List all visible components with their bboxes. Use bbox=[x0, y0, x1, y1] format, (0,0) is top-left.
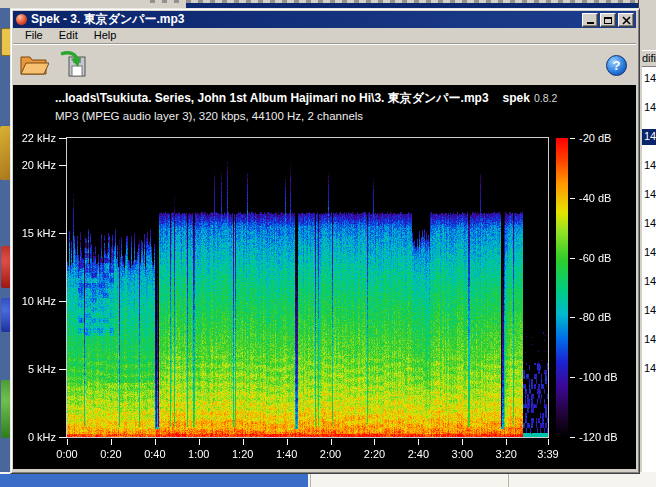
app-name: spek bbox=[503, 91, 530, 105]
list-item-date: 14 bbox=[642, 303, 656, 319]
list-item-date: 14 bbox=[642, 187, 656, 203]
x-tick-mark bbox=[243, 439, 244, 445]
y-tick-mark bbox=[59, 165, 67, 166]
y-tick-label: 15 kHz bbox=[13, 226, 56, 240]
y-tick-label: 0 kHz bbox=[13, 430, 56, 444]
help-icon: ? bbox=[606, 55, 627, 76]
save-icon bbox=[58, 51, 88, 79]
list-item-date: 14 bbox=[642, 71, 656, 87]
window-controls bbox=[580, 13, 634, 27]
help-glyph: ? bbox=[613, 58, 621, 73]
list-item-date: 14 bbox=[642, 332, 656, 348]
x-tick-label: 2:20 bbox=[353, 448, 395, 461]
list-item[interactable]: 14 bbox=[642, 361, 656, 386]
x-tick-mark bbox=[111, 439, 112, 445]
db-tick-label: -20 dB bbox=[579, 131, 631, 145]
x-tick-mark bbox=[67, 439, 68, 445]
column-divider bbox=[508, 472, 509, 487]
close-button[interactable] bbox=[618, 13, 634, 27]
toolbar: ? bbox=[13, 45, 636, 85]
db-tick-mark bbox=[570, 138, 575, 139]
x-tick-label: 0:40 bbox=[134, 448, 176, 461]
list-item[interactable]: 14 bbox=[642, 303, 656, 328]
x-tick-label: 3:39 bbox=[527, 448, 569, 461]
open-file-button[interactable] bbox=[18, 52, 50, 78]
client-area: ...loads\Tsukiuta. Series, John 1st Albu… bbox=[13, 85, 636, 469]
y-tick-mark bbox=[59, 233, 67, 234]
db-tick-label: -100 dB bbox=[579, 370, 631, 384]
list-item-date: 14 bbox=[642, 361, 656, 377]
menu-help[interactable]: Help bbox=[86, 28, 125, 43]
db-tick-label: -40 dB bbox=[579, 191, 631, 205]
x-tick-label: 2:40 bbox=[397, 448, 439, 461]
db-tick-label: -60 dB bbox=[579, 251, 631, 265]
menubar: File Edit Help bbox=[13, 28, 636, 44]
list-item[interactable]: 14 bbox=[642, 187, 656, 212]
list-item[interactable]: 14 bbox=[642, 216, 656, 241]
x-tick-label: 3:00 bbox=[441, 448, 483, 461]
colorbar bbox=[556, 138, 568, 437]
y-tick-label: 10 kHz bbox=[13, 294, 56, 308]
x-tick-mark bbox=[374, 439, 375, 445]
list-item[interactable]: 14 bbox=[642, 158, 656, 183]
y-tick-mark bbox=[59, 437, 67, 438]
list-item[interactable]: 14 bbox=[642, 332, 656, 357]
background-file-list: 1414141414141414141414 bbox=[642, 67, 656, 472]
titlebar[interactable]: Spek - 3. 東京ダンパー.mp3 bbox=[13, 11, 636, 28]
x-tick-label: 1:40 bbox=[266, 448, 308, 461]
x-tick-mark bbox=[506, 439, 507, 445]
list-item[interactable]: 14 bbox=[642, 245, 656, 270]
minimize-button[interactable] bbox=[582, 13, 598, 27]
modified-column-header[interactable]: difie bbox=[642, 50, 656, 67]
spectrogram-plot bbox=[66, 137, 549, 438]
list-item-date: 14 bbox=[642, 100, 656, 116]
db-tick-mark bbox=[570, 437, 575, 438]
x-tick-label: 1:00 bbox=[178, 448, 220, 461]
x-tick-mark bbox=[199, 439, 200, 445]
file-info: MP3 (MPEG audio layer 3), 320 kbps, 4410… bbox=[55, 110, 363, 122]
x-tick-label: 0:20 bbox=[90, 448, 132, 461]
list-item-date: 14 bbox=[642, 216, 656, 232]
y-tick-label: 22 kHz bbox=[13, 131, 56, 145]
list-item-date: 14 bbox=[642, 274, 656, 290]
file-path: ...loads\Tsukiuta. Series, John 1st Albu… bbox=[55, 91, 489, 105]
x-tick-label: 3:20 bbox=[485, 448, 527, 461]
column-divider bbox=[310, 472, 311, 487]
spek-window: Spek - 3. 東京ダンパー.mp3 File Edit Help bbox=[10, 8, 640, 474]
list-item[interactable]: 14 bbox=[642, 100, 656, 125]
save-spectrogram-button[interactable] bbox=[57, 50, 89, 80]
maximize-icon bbox=[604, 17, 612, 24]
close-icon bbox=[622, 16, 631, 25]
db-tick-mark bbox=[570, 258, 575, 259]
help-button[interactable]: ? bbox=[605, 54, 628, 77]
spectrogram-title: ...loads\Tsukiuta. Series, John 1st Albu… bbox=[55, 90, 557, 107]
list-item[interactable]: 14 bbox=[642, 71, 656, 96]
background-selected-row[interactable] bbox=[0, 474, 308, 487]
maximize-button[interactable] bbox=[600, 13, 616, 27]
list-item[interactable]: 14 bbox=[642, 129, 656, 154]
db-tick-mark bbox=[570, 377, 575, 378]
list-item-date: 14 bbox=[642, 245, 656, 261]
spek-app-icon[interactable] bbox=[16, 14, 27, 25]
list-item[interactable]: 14 bbox=[642, 274, 656, 299]
screen: difie 1414141414141414141414 Spek - 3. 東… bbox=[0, 0, 656, 487]
y-tick-mark bbox=[59, 369, 67, 370]
x-tick-mark bbox=[462, 439, 463, 445]
menu-edit[interactable]: Edit bbox=[51, 28, 86, 43]
menu-file[interactable]: File bbox=[17, 28, 51, 43]
spectrogram-canvas bbox=[67, 138, 548, 437]
list-item-date: 14 bbox=[642, 129, 656, 145]
db-tick-label: -80 dB bbox=[579, 310, 631, 324]
db-tick-label: -120 dB bbox=[579, 430, 631, 444]
background-window-right: difie 1414141414141414141414 bbox=[638, 0, 656, 487]
minimize-icon bbox=[587, 22, 594, 24]
x-tick-mark bbox=[548, 439, 549, 445]
x-tick-mark bbox=[418, 439, 419, 445]
db-tick-mark bbox=[570, 317, 575, 318]
db-tick-mark bbox=[570, 198, 575, 199]
x-tick-mark bbox=[331, 439, 332, 445]
x-tick-label: 2:00 bbox=[310, 448, 352, 461]
background-window-bottom bbox=[0, 472, 656, 487]
y-tick-mark bbox=[59, 301, 67, 302]
background-window-top bbox=[0, 0, 656, 8]
